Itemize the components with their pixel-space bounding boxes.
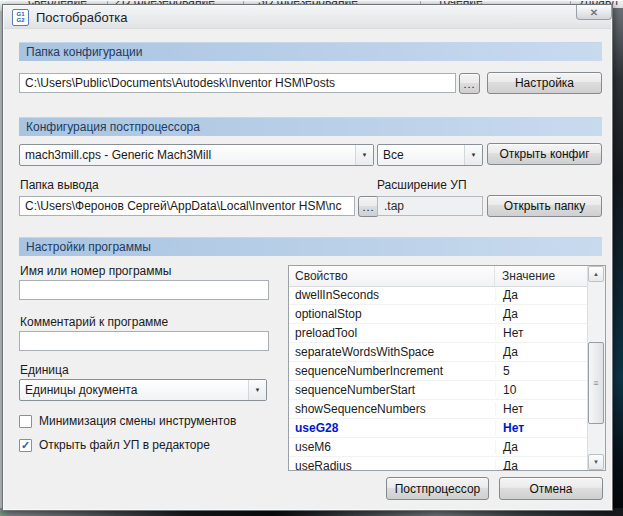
properties-table-body: dwellInSecondsДаoptionalStopДаpreloadToo… — [289, 286, 588, 470]
open-folder-button[interactable]: Открыть папку — [487, 195, 602, 217]
program-comment-label: Комментарий к программе — [20, 315, 168, 329]
property-name: useM6 — [289, 440, 495, 454]
scroll-down-icon: ▼ — [593, 459, 599, 465]
section-config-folder-header: Папка конфигурации — [19, 42, 602, 61]
property-value: Да — [495, 288, 588, 302]
chevron-down-icon: ▼ — [355, 145, 373, 165]
column-header-value[interactable]: Значение — [495, 266, 588, 286]
property-value: Нет — [495, 326, 588, 340]
postprocessor-button[interactable]: Постпроцессор — [386, 477, 489, 500]
property-value: 5 — [495, 364, 588, 378]
property-name: optionalStop — [289, 307, 495, 321]
filter-select[interactable]: Все ▼ — [377, 144, 483, 166]
table-row[interactable]: useM6Да — [289, 438, 588, 457]
cancel-button[interactable]: Отмена — [499, 477, 603, 500]
dialog-title: Постобработка — [36, 10, 128, 25]
open-in-editor-checkbox[interactable]: ✓ Открыть файл УП в редакторе — [19, 438, 210, 452]
section-post-config-header: Конфигурация постпроцессора — [19, 117, 602, 136]
property-name: showSequenceNumbers — [289, 402, 495, 416]
property-value: 10 — [495, 383, 588, 397]
output-folder-label: Папка вывода — [20, 178, 99, 192]
program-name-label: Имя или номер программы — [20, 264, 171, 278]
table-row[interactable]: showSequenceNumbersНет — [289, 400, 588, 419]
program-name-input[interactable] — [19, 280, 269, 300]
property-value: Нет — [495, 421, 588, 435]
properties-table: Свойство Значение dwellInSecondsДаoption… — [288, 265, 606, 471]
property-value: Да — [495, 459, 588, 470]
dialog-titlebar[interactable]: G1 G2 Постобработка — [4, 6, 611, 29]
table-row[interactable]: separateWordsWithSpaceДа — [289, 343, 588, 362]
postprocess-dialog: G1 G2 Постобработка ✕ Папка конфигурации… — [2, 4, 613, 511]
program-comment-input[interactable] — [19, 331, 269, 351]
extension-field: .tap — [377, 196, 483, 216]
config-folder-browse-button[interactable]: ... — [459, 73, 480, 94]
output-folder-browse-button[interactable]: ... — [358, 196, 379, 217]
property-name: sequenceNumberIncrement — [289, 364, 495, 378]
property-name: useG28 — [289, 421, 495, 435]
scrollbar-thumb[interactable]: ≡ — [588, 342, 604, 424]
property-value: Да — [495, 440, 588, 454]
property-value: Да — [495, 345, 588, 359]
property-value: Нет — [495, 402, 588, 416]
setup-button[interactable]: Настройка — [487, 72, 602, 94]
unit-select[interactable]: Единицы документа ▼ — [19, 379, 267, 401]
table-row[interactable]: useG28Нет — [289, 419, 588, 438]
property-value: Да — [495, 307, 588, 321]
table-row[interactable]: preloadToolНет — [289, 324, 588, 343]
gcode-icon: G1 G2 — [12, 9, 29, 26]
unit-label: Единица — [20, 363, 69, 377]
scroll-grip-icon: ≡ — [593, 378, 598, 388]
config-folder-path-input[interactable] — [19, 73, 456, 93]
scroll-up-icon: ▲ — [593, 271, 599, 277]
minimize-toolchange-checkbox[interactable]: Минимизация смены инструментов — [19, 414, 236, 428]
property-name: dwellInSeconds — [289, 288, 495, 302]
close-button[interactable]: ✕ — [576, 5, 612, 20]
scroll-up-button[interactable]: ▲ — [588, 266, 604, 282]
scroll-down-button[interactable]: ▼ — [588, 454, 604, 470]
column-header-property[interactable]: Свойство — [289, 266, 495, 286]
property-name: separateWordsWithSpace — [289, 345, 495, 359]
property-name: sequenceNumberStart — [289, 383, 495, 397]
table-row[interactable]: useRadiusДа — [289, 457, 588, 470]
extension-label: Расширение УП — [377, 178, 467, 192]
table-row[interactable]: sequenceNumberIncrement5 — [289, 362, 588, 381]
table-row[interactable]: optionalStopДа — [289, 305, 588, 324]
table-row[interactable]: dwellInSecondsДа — [289, 286, 588, 305]
postprocessor-select[interactable]: mach3mill.cps - Generic Mach3Mill ▼ — [19, 144, 374, 166]
close-icon: ✕ — [590, 7, 598, 18]
section-program-settings-header: Настройки программы — [19, 237, 602, 256]
property-name: useRadius — [289, 459, 495, 470]
properties-table-header: Свойство Значение — [289, 266, 588, 287]
output-folder-path-input[interactable] — [19, 196, 355, 216]
checkbox-icon[interactable] — [19, 415, 32, 428]
chevron-down-icon: ▼ — [248, 380, 266, 400]
table-row[interactable]: sequenceNumberStart10 — [289, 381, 588, 400]
open-config-button[interactable]: Открыть конфиг — [487, 143, 602, 165]
property-name: preloadTool — [289, 326, 495, 340]
chevron-down-icon: ▼ — [464, 145, 482, 165]
checkbox-icon[interactable]: ✓ — [19, 439, 32, 452]
vertical-scrollbar[interactable]: ▲ ≡ ▼ — [587, 266, 605, 470]
